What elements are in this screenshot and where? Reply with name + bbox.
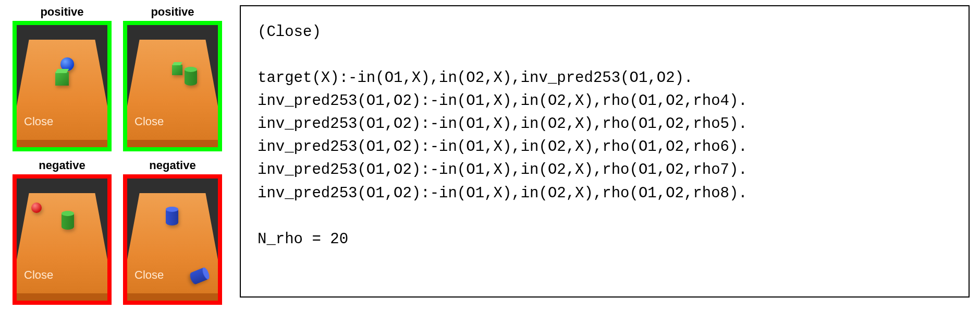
code-title: (Close): [258, 23, 321, 41]
examples-grid: positive Close positive Close negative C…: [10, 5, 224, 305]
table-surface: [13, 193, 112, 298]
example-label: positive: [151, 5, 194, 19]
example-label: negative: [149, 159, 195, 172]
table-edge: [123, 293, 222, 302]
scene-caption: Close: [134, 115, 164, 128]
object-cylinder-green: [62, 212, 74, 230]
table-edge: [13, 293, 112, 302]
example-positive-2: positive Close: [121, 5, 224, 151]
example-label: positive: [40, 5, 83, 19]
scene-caption: Close: [134, 268, 164, 282]
table-surface: [123, 40, 222, 144]
object-cylinder-green: [185, 68, 197, 86]
scene-caption: Close: [24, 115, 53, 128]
scene-frame: Close: [13, 21, 112, 151]
code-line: inv_pred253(O1,O2):-in(O1,X),in(O2,X),rh…: [258, 138, 748, 156]
object-cube-green: [172, 65, 182, 75]
code-footer: N_rho = 20: [258, 231, 348, 248]
code-line: inv_pred253(O1,O2):-in(O1,X),in(O2,X),rh…: [258, 92, 748, 110]
table-surface: [13, 40, 112, 144]
example-negative-1: negative Close: [10, 159, 114, 305]
table-edge: [123, 140, 222, 148]
scene-frame: Close: [123, 174, 222, 305]
example-negative-2: negative Close: [121, 159, 224, 305]
object-cube-green: [55, 72, 69, 86]
example-label: negative: [39, 159, 85, 172]
object-sphere-red: [31, 203, 42, 213]
code-line: inv_pred253(O1,O2):-in(O1,X),in(O2,X),rh…: [258, 161, 748, 179]
scene-frame: Close: [123, 21, 222, 151]
code-line: target(X):-in(O1,X),in(O2,X),inv_pred253…: [258, 69, 693, 87]
example-positive-1: positive Close: [10, 5, 114, 151]
code-line: inv_pred253(O1,O2):-in(O1,X),in(O2,X),rh…: [258, 115, 748, 133]
code-line: inv_pred253(O1,O2):-in(O1,X),in(O2,X),rh…: [258, 185, 748, 202]
scene-frame: Close: [13, 174, 112, 305]
object-cylinder-blue: [166, 208, 178, 225]
code-panel: (Close) target(X):-in(O1,X),in(O2,X),inv…: [240, 5, 970, 298]
table-edge: [13, 140, 112, 148]
scene-caption: Close: [24, 268, 53, 282]
